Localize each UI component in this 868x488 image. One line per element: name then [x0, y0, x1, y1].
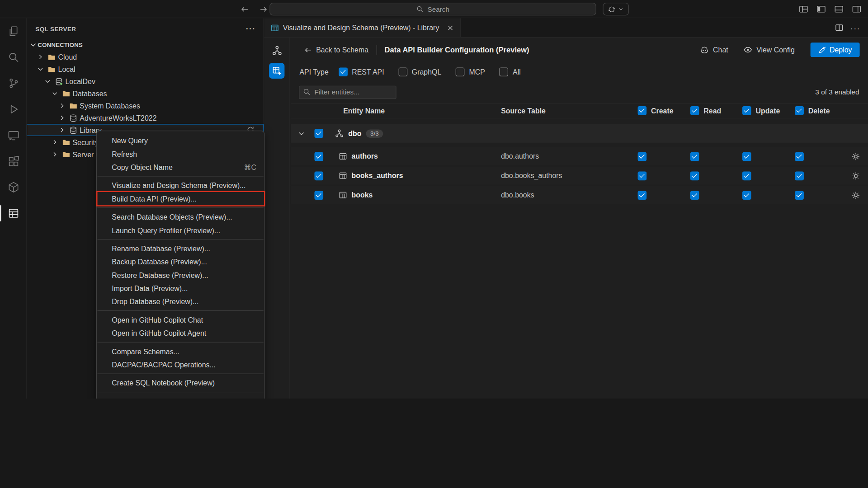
menu-item-restore-database[interactable]: Restore Database (Preview)...	[97, 268, 264, 282]
activity-search-button[interactable]	[0, 44, 27, 70]
view-config-button[interactable]: View Config	[744, 45, 795, 54]
tree-item-databases[interactable]: Databases	[27, 87, 264, 99]
deploy-button[interactable]: Deploy	[810, 42, 860, 57]
menu-item-dacpac-bacpac[interactable]: DACPAC/BACPAC Operations...	[97, 358, 264, 371]
row-enabled-checkbox[interactable]	[315, 152, 324, 161]
menu-item-new-query[interactable]: New Query	[97, 134, 264, 147]
chevron-down-icon	[29, 40, 38, 49]
customize-layout-icon[interactable]	[799, 5, 808, 14]
menu-item-open-copilot-agent[interactable]: Open in GitHub Copilot Agent	[97, 326, 264, 339]
mcp-checkbox[interactable]	[456, 67, 465, 76]
split-editor-icon[interactable]	[835, 23, 844, 32]
row-enabled-checkbox[interactable]	[315, 191, 324, 200]
editor-more-actions-icon[interactable]: ···	[850, 23, 860, 32]
menu-item-create-project-from-database[interactable]: Create Project From Database	[97, 394, 264, 399]
create-checkbox[interactable]	[638, 171, 647, 180]
group-checkbox[interactable]	[315, 129, 324, 138]
menu-item-create-sql-notebook[interactable]: Create SQL Notebook (Preview)	[97, 376, 264, 389]
activity-database-projects-button[interactable]	[0, 174, 27, 201]
update-checkbox[interactable]	[742, 152, 751, 161]
filter-entities-input[interactable]	[299, 86, 396, 99]
nav-forward-button[interactable]	[257, 3, 270, 15]
menu-separator	[98, 374, 264, 374]
chat-button[interactable]: Chat	[700, 45, 728, 55]
tab-visualize-design-schema[interactable]: Visualize and Design Schema (Preview) - …	[264, 18, 461, 37]
activity-explorer-button[interactable]	[0, 18, 27, 44]
rest-api-checkbox[interactable]	[339, 67, 348, 76]
activity-connections-button[interactable]	[0, 122, 27, 149]
api-type-all-option[interactable]: All	[500, 67, 521, 76]
menu-item-visualize-design-schema[interactable]: Visualize and Design Schema (Preview)...	[97, 179, 264, 192]
column-source-table: Source Table	[501, 107, 637, 115]
row-settings-gear-icon[interactable]	[851, 152, 860, 161]
activity-run-debug-button[interactable]	[0, 96, 27, 122]
api-type-rest-option[interactable]: REST API	[339, 67, 384, 76]
update-checkbox[interactable]	[742, 191, 751, 200]
search-icon	[303, 88, 311, 96]
delete-checkbox[interactable]	[795, 152, 804, 161]
schema-group-row[interactable]: dbo 3/3	[291, 124, 868, 143]
activity-extensions-button[interactable]	[0, 148, 27, 174]
table-icon	[339, 191, 347, 199]
create-all-checkbox[interactable]	[638, 106, 647, 115]
table-row-books[interactable]: books dbo.books	[291, 186, 868, 204]
menu-separator	[98, 342, 264, 343]
menu-item-refresh[interactable]: Refresh	[97, 147, 264, 160]
activity-sql-server-button[interactable]	[0, 200, 27, 226]
create-checkbox[interactable]	[638, 152, 647, 161]
delete-all-checkbox[interactable]	[795, 106, 804, 115]
row-settings-gear-icon[interactable]	[851, 171, 860, 180]
session-dropdown-button[interactable]	[603, 3, 629, 15]
toggle-panel-icon[interactable]	[834, 5, 844, 14]
data-api-builder-view-button[interactable]	[269, 63, 284, 79]
grid-plus-icon	[272, 66, 282, 75]
tree-item-localdev[interactable]: LocalDev	[27, 75, 264, 88]
close-icon[interactable]	[446, 23, 454, 32]
menu-item-compare-schemas[interactable]: Compare Schemas...	[97, 345, 264, 358]
tree-item-adventureworks[interactable]: AdventureWorksLT2022	[27, 112, 264, 124]
cube-icon	[7, 181, 19, 193]
toggle-sidebar-icon[interactable]	[816, 5, 826, 14]
menu-item-copy-object-name[interactable]: Copy Object Name ⌘C	[97, 160, 264, 174]
update-checkbox[interactable]	[742, 171, 751, 180]
menu-item-backup-database[interactable]: Backup Database (Preview)...	[97, 255, 264, 268]
menu-item-import-data[interactable]: Import Data (Preview)...	[97, 282, 264, 295]
activity-source-control-button[interactable]	[0, 70, 27, 97]
create-checkbox[interactable]	[638, 191, 647, 200]
delete-checkbox[interactable]	[795, 191, 804, 200]
schema-icon	[272, 45, 282, 56]
tree-item-local[interactable]: Local	[27, 63, 264, 75]
back-to-schema-link[interactable]: Back to Schema	[304, 46, 368, 54]
connections-section-header[interactable]: CONNECTIONS	[27, 39, 264, 51]
delete-checkbox[interactable]	[795, 171, 804, 180]
graphql-checkbox[interactable]	[398, 67, 407, 76]
schema-diagram-view-button[interactable]	[269, 42, 284, 58]
chevron-right-icon	[57, 126, 66, 135]
read-checkbox[interactable]	[690, 191, 699, 200]
chevron-down-icon[interactable]	[297, 129, 305, 137]
menu-item-build-data-api[interactable]: Build Data API (Preview)...	[97, 192, 264, 205]
folder-icon	[47, 52, 56, 61]
api-type-mcp-option[interactable]: MCP	[456, 67, 485, 76]
table-row-books-authors[interactable]: books_authors dbo.books_authors	[291, 167, 868, 185]
api-type-graphql-option[interactable]: GraphQL	[398, 67, 441, 76]
tree-item-system-databases[interactable]: System Databases	[27, 99, 264, 112]
menu-item-search-database-objects[interactable]: Search Database Objects (Preview)...	[97, 210, 264, 223]
menu-item-rename-database[interactable]: Rename Database (Preview)...	[97, 242, 264, 255]
all-checkbox[interactable]	[500, 67, 509, 76]
row-settings-gear-icon[interactable]	[851, 191, 860, 200]
toggle-secondary-sidebar-icon[interactable]	[852, 5, 861, 14]
read-all-checkbox[interactable]	[690, 106, 699, 115]
row-enabled-checkbox[interactable]	[315, 171, 324, 180]
command-center-search[interactable]: Search	[269, 3, 596, 15]
read-checkbox[interactable]	[690, 171, 699, 180]
sidebar-more-actions-icon[interactable]: ···	[246, 24, 256, 33]
update-all-checkbox[interactable]	[742, 106, 751, 115]
menu-item-drop-database[interactable]: Drop Database (Preview)...	[97, 295, 264, 308]
tree-item-cloud[interactable]: Cloud	[27, 51, 264, 63]
menu-item-launch-query-profiler[interactable]: Launch Query Profiler (Preview)...	[97, 224, 264, 237]
nav-back-button[interactable]	[238, 3, 251, 15]
table-row-authors[interactable]: authors dbo.authors	[291, 147, 868, 165]
read-checkbox[interactable]	[690, 152, 699, 161]
menu-item-open-copilot-chat[interactable]: Open in GitHub Copilot Chat	[97, 313, 264, 326]
